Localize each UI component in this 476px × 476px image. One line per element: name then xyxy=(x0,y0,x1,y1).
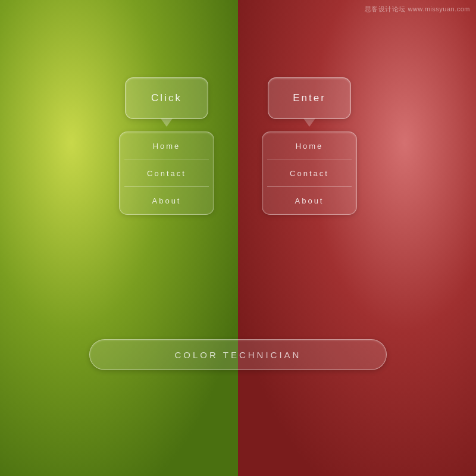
left-menu-group: Home Contact About xyxy=(119,131,214,215)
content: 思客设计论坛 www.missyuan.com Click Home Conta… xyxy=(0,0,476,476)
left-bubble[interactable]: Click xyxy=(125,77,208,119)
right-menu-contact[interactable]: Contact xyxy=(262,159,356,187)
bottom-banner-button[interactable]: COLOR TECHNICIAN xyxy=(89,339,387,370)
right-bubble-label: Enter xyxy=(293,92,326,104)
bottom-banner-label: COLOR TECHNICIAN xyxy=(175,350,302,360)
left-menu-contact[interactable]: Contact xyxy=(120,159,214,187)
panels-row: Click Home Contact About Enter xyxy=(0,77,476,215)
left-bubble-arrow xyxy=(161,118,173,127)
bottom-banner-wrapper: COLOR TECHNICIAN xyxy=(89,339,387,370)
right-menu-group: Home Contact About xyxy=(262,131,357,215)
left-bubble-label: Click xyxy=(151,92,182,104)
right-menu-home[interactable]: Home xyxy=(262,132,356,159)
left-panel: Click Home Contact About xyxy=(119,77,214,215)
watermark: 思客设计论坛 www.missyuan.com xyxy=(365,5,470,14)
right-bubble[interactable]: Enter xyxy=(268,77,351,119)
right-bubble-arrow xyxy=(303,118,315,127)
left-menu-about[interactable]: About xyxy=(120,187,214,214)
left-menu-home[interactable]: Home xyxy=(120,132,214,159)
right-panel: Enter Home Contact About xyxy=(262,77,357,215)
right-menu-about[interactable]: About xyxy=(262,187,356,214)
